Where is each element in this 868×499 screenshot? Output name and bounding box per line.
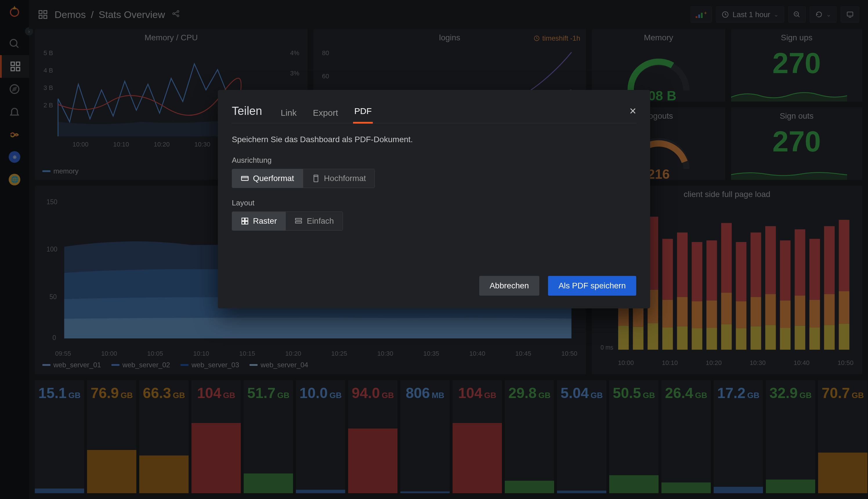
share-modal: Teilen Link Export PDF × Speichern Sie d… xyxy=(218,90,650,308)
landscape-icon xyxy=(241,174,249,182)
modal-header: Teilen Link Export PDF × xyxy=(232,104,636,123)
layout-grid-button[interactable]: Raster xyxy=(232,212,285,230)
layout-simple-button[interactable]: Einfach xyxy=(285,212,342,230)
tab-link[interactable]: Link xyxy=(280,106,298,124)
modal-title: Teilen xyxy=(232,105,262,118)
modal-description: Speichern Sie das Dashboard als PDF-Doku… xyxy=(232,135,636,144)
save-pdf-button[interactable]: Als PDF speichern xyxy=(548,276,636,296)
grid-icon xyxy=(241,217,249,225)
tab-pdf[interactable]: PDF xyxy=(353,104,373,124)
orientation-toggle: Querformat Hochformat xyxy=(232,169,375,188)
svg-rect-100 xyxy=(242,218,245,221)
orientation-portrait-button[interactable]: Hochformat xyxy=(303,169,375,188)
svg-rect-103 xyxy=(245,221,248,224)
layout-label: Layout xyxy=(232,198,636,207)
cancel-button[interactable]: Abbrechen xyxy=(479,276,539,296)
modal-tabs: Link Export PDF xyxy=(280,104,373,118)
tab-export[interactable]: Export xyxy=(312,106,340,124)
orientation-label: Ausrichtung xyxy=(232,156,636,165)
layout-toggle: Raster Einfach xyxy=(232,211,343,231)
orientation-landscape-button[interactable]: Querformat xyxy=(232,169,303,188)
close-icon[interactable]: × xyxy=(629,105,636,118)
svg-rect-104 xyxy=(296,218,302,220)
svg-rect-102 xyxy=(242,221,245,224)
svg-rect-105 xyxy=(296,221,302,223)
svg-rect-98 xyxy=(314,175,318,182)
svg-rect-96 xyxy=(241,177,248,181)
modal-actions: Abbrechen Als PDF speichern xyxy=(232,276,636,296)
list-icon xyxy=(294,217,303,225)
svg-rect-101 xyxy=(245,218,248,221)
portrait-icon xyxy=(312,174,320,182)
